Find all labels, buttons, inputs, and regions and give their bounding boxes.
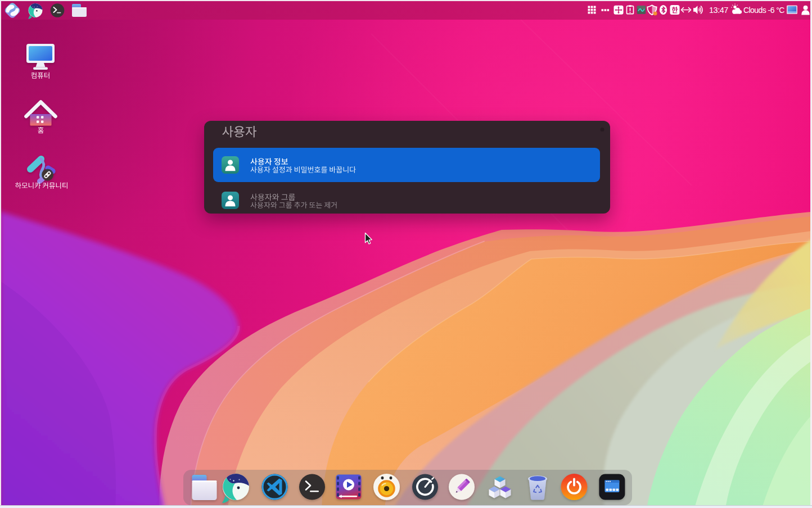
svg-text:13:47: 13:47 [709,6,728,15]
svg-text:Clouds -6 °C: Clouds -6 °C [743,6,784,15]
